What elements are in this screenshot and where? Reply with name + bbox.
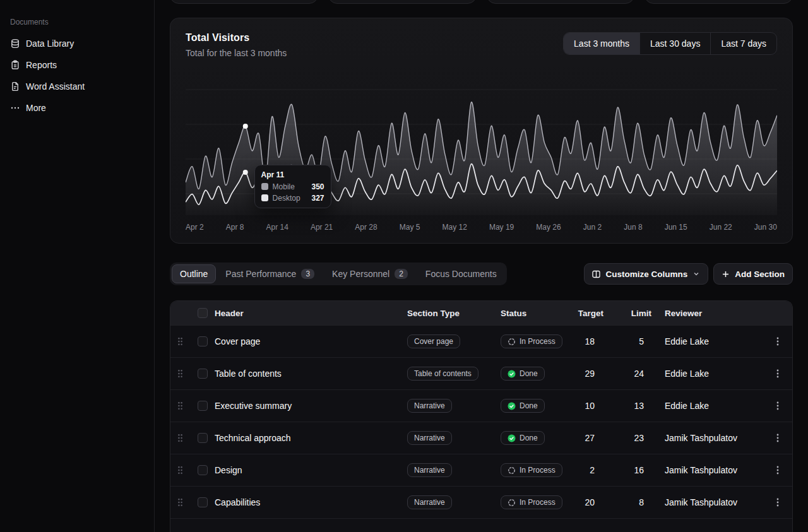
report-icon [10, 60, 20, 70]
status-badge: In Process [501, 495, 562, 509]
row-header-label[interactable]: Technical approach [215, 433, 291, 443]
row-header-label[interactable]: Design [215, 465, 242, 475]
tooltip-date: Apr 11 [261, 170, 324, 179]
sidebar-section-label: Documents [10, 18, 144, 27]
series-swatch [261, 183, 268, 190]
drag-handle-icon[interactable] [177, 498, 183, 507]
x-tick: Jun 8 [624, 223, 642, 232]
plus-icon [722, 270, 730, 278]
stat-card-stub [170, 0, 318, 4]
row-target: 29 [574, 369, 615, 379]
row-target: 2 [574, 465, 615, 475]
row-reviewer: Eddie Lake [660, 369, 763, 379]
row-checkbox[interactable] [198, 401, 208, 411]
range-option-last-30-days[interactable]: Last 30 days [639, 33, 710, 54]
row-checkbox[interactable] [198, 465, 208, 475]
kebab-menu-icon [776, 336, 779, 346]
row-menu-button[interactable] [774, 366, 781, 381]
sidebar-item-label: More [26, 103, 46, 113]
table-toolbar: OutlinePast Performance3Key Personnel2Fo… [170, 263, 793, 285]
chart-tooltip: Apr 11 Mobile350Desktop327 [254, 165, 331, 208]
row-reviewer: Eddie Lake [660, 401, 763, 411]
row-checkbox[interactable] [198, 497, 208, 507]
status-badge: In Process [501, 334, 562, 348]
visitors-chart[interactable]: Apr 11 Mobile350Desktop327 [186, 73, 777, 215]
file-icon [10, 81, 20, 92]
table-row-partial [170, 518, 792, 532]
row-header-label[interactable]: Table of contents [215, 369, 282, 379]
stat-cards-row [170, 0, 793, 4]
range-option-last-3-months[interactable]: Last 3 months [564, 33, 639, 54]
add-section-button[interactable]: Add Section [713, 263, 793, 285]
col-header: Header [215, 309, 401, 318]
drag-handle-icon[interactable] [177, 434, 183, 442]
status-badge: In Process [501, 463, 562, 477]
x-tick: Apr 14 [266, 223, 288, 232]
main-content: Total Visitors Total for the last 3 mont… [155, 0, 808, 532]
kebab-menu-icon [776, 369, 779, 379]
drag-handle-icon[interactable] [177, 337, 183, 346]
tab-focus-documents[interactable]: Focus Documents [417, 264, 505, 283]
sidebar-item-label: Data Library [26, 38, 74, 49]
chevron-down-icon [692, 270, 700, 278]
sidebar-item-data-library[interactable]: Data Library [10, 33, 144, 54]
table-row: Capabilities Narrative In Process 20 8 J… [170, 486, 792, 518]
range-option-last-7-days[interactable]: Last 7 days [710, 33, 776, 54]
row-menu-button[interactable] [774, 430, 781, 446]
drag-handle-icon[interactable] [177, 401, 183, 410]
row-menu-button[interactable] [774, 495, 781, 510]
row-limit: 24 [615, 369, 660, 379]
done-icon [508, 402, 516, 410]
section-type-badge: Narrative [407, 399, 452, 413]
tab-past-performance[interactable]: Past Performance3 [217, 264, 323, 283]
table-row: Technical approach Narrative Done 27 23 … [170, 422, 792, 454]
row-checkbox[interactable] [198, 433, 208, 443]
row-menu-button[interactable] [774, 398, 781, 413]
sidebar-item-word-assistant[interactable]: Word Assistant [10, 76, 144, 97]
customize-columns-button[interactable]: Customize Columns [584, 263, 708, 285]
col-status: Status [496, 309, 574, 318]
columns-icon [592, 270, 600, 278]
x-axis-labels: Apr 2Apr 8Apr 14Apr 21Apr 28May 5May 12M… [186, 223, 777, 232]
sidebar-item-label: Word Assistant [26, 81, 85, 92]
row-menu-button[interactable] [774, 463, 781, 478]
sidebar: Documents Data Library Reports Word Assi… [0, 0, 155, 532]
x-tick: May 12 [443, 223, 467, 232]
row-header-label[interactable]: Executive summary [215, 401, 292, 411]
select-all-checkbox[interactable] [198, 308, 208, 318]
tab-count-badge: 2 [395, 269, 408, 279]
status-badge: Done [501, 399, 545, 413]
kebab-menu-icon [776, 465, 779, 475]
series-swatch [261, 194, 268, 201]
stat-card-stub [328, 0, 477, 4]
tab-key-personnel[interactable]: Key Personnel2 [324, 264, 416, 283]
x-tick: Apr 2 [186, 223, 204, 232]
row-checkbox[interactable] [198, 369, 208, 379]
row-reviewer: Eddie Lake [660, 336, 763, 346]
sidebar-item-reports[interactable]: Reports [10, 54, 144, 76]
x-tick: May 26 [536, 223, 561, 232]
kebab-menu-icon [776, 497, 779, 507]
col-target: Target [574, 309, 615, 318]
drag-handle-icon[interactable] [177, 466, 183, 475]
sidebar-item-more[interactable]: More [10, 97, 144, 119]
table-header-row: Header Section Type Status Target Limit … [170, 301, 792, 325]
row-target: 10 [574, 401, 615, 411]
row-reviewer: Jamik Tashpulatov [660, 465, 763, 475]
x-tick: Apr 8 [226, 223, 244, 232]
tab-outline[interactable]: Outline [172, 264, 216, 283]
row-menu-button[interactable] [774, 334, 781, 349]
row-limit: 8 [615, 497, 660, 507]
stat-card-stub [487, 0, 635, 4]
section-type-badge: Narrative [407, 495, 452, 509]
table-row: Table of contents Table of contents Done… [170, 357, 792, 389]
drag-handle-icon[interactable] [177, 369, 183, 378]
tab-list: OutlinePast Performance3Key Personnel2Fo… [170, 263, 507, 285]
row-target: 27 [574, 433, 615, 443]
row-header-label[interactable]: Capabilities [215, 497, 260, 507]
row-header-label[interactable]: Cover page [215, 336, 260, 346]
chart-subtitle: Total for the last 3 months [186, 48, 287, 58]
row-checkbox[interactable] [198, 336, 208, 346]
tooltip-row: Mobile350 [261, 182, 324, 191]
section-type-badge: Narrative [407, 431, 452, 445]
